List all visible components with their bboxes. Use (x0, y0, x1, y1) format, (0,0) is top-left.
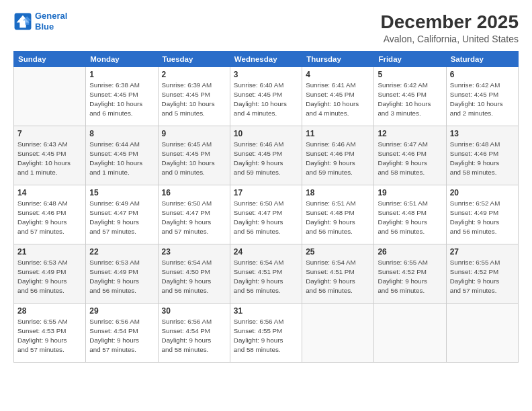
calendar-week-1: 1Sunrise: 6:38 AM Sunset: 4:45 PM Daylig… (14, 66, 519, 126)
calendar-week-3: 14Sunrise: 6:48 AM Sunset: 4:46 PM Dayli… (14, 185, 519, 244)
day-number: 28 (17, 306, 82, 316)
day-info: Sunrise: 6:47 AM Sunset: 4:46 PM Dayligh… (378, 140, 442, 178)
calendar-cell: 10Sunrise: 6:46 AM Sunset: 4:45 PM Dayli… (230, 126, 302, 185)
calendar-cell: 31Sunrise: 6:56 AM Sunset: 4:55 PM Dayli… (230, 303, 302, 362)
day-number: 30 (162, 306, 226, 316)
day-info: Sunrise: 6:55 AM Sunset: 4:53 PM Dayligh… (17, 317, 82, 355)
day-number: 8 (89, 129, 154, 138)
title-block: December 2025 Avalon, California, United… (381, 11, 519, 44)
day-info: Sunrise: 6:56 AM Sunset: 4:54 PM Dayligh… (89, 317, 154, 355)
day-number: 1 (89, 70, 154, 79)
day-number: 14 (17, 188, 82, 197)
subtitle: Avalon, California, United States (381, 34, 519, 44)
day-number: 16 (162, 188, 226, 197)
calendar-cell: 19Sunrise: 6:51 AM Sunset: 4:48 PM Dayli… (374, 185, 446, 244)
day-number: 31 (234, 306, 298, 316)
day-info: Sunrise: 6:53 AM Sunset: 4:49 PM Dayligh… (89, 258, 154, 296)
calendar-cell: 4Sunrise: 6:41 AM Sunset: 4:45 PM Daylig… (302, 66, 374, 126)
day-info: Sunrise: 6:40 AM Sunset: 4:45 PM Dayligh… (234, 81, 298, 119)
calendar-table: SundayMondayTuesdayWednesdayThursdayFrid… (13, 51, 519, 363)
calendar-cell: 21Sunrise: 6:53 AM Sunset: 4:49 PM Dayli… (14, 244, 86, 303)
col-header-friday: Friday (374, 51, 446, 66)
day-info: Sunrise: 6:53 AM Sunset: 4:49 PM Dayligh… (17, 258, 82, 296)
day-number: 4 (306, 70, 370, 79)
day-info: Sunrise: 6:52 AM Sunset: 4:49 PM Dayligh… (450, 199, 515, 237)
day-number: 5 (378, 70, 442, 79)
calendar-cell: 27Sunrise: 6:55 AM Sunset: 4:52 PM Dayli… (446, 244, 518, 303)
day-number: 11 (306, 129, 370, 138)
col-header-sunday: Sunday (14, 51, 86, 66)
header-row: SundayMondayTuesdayWednesdayThursdayFrid… (14, 51, 519, 66)
calendar-cell: 20Sunrise: 6:52 AM Sunset: 4:49 PM Dayli… (446, 185, 518, 244)
calendar-cell: 6Sunrise: 6:42 AM Sunset: 4:45 PM Daylig… (446, 66, 518, 126)
day-info: Sunrise: 6:55 AM Sunset: 4:52 PM Dayligh… (378, 258, 442, 296)
calendar-cell (446, 303, 518, 362)
calendar-cell: 25Sunrise: 6:54 AM Sunset: 4:51 PM Dayli… (302, 244, 374, 303)
day-info: Sunrise: 6:54 AM Sunset: 4:51 PM Dayligh… (234, 258, 298, 296)
calendar-cell: 23Sunrise: 6:54 AM Sunset: 4:50 PM Dayli… (158, 244, 230, 303)
calendar-cell: 8Sunrise: 6:44 AM Sunset: 4:45 PM Daylig… (86, 126, 158, 185)
day-info: Sunrise: 6:51 AM Sunset: 4:48 PM Dayligh… (378, 199, 442, 237)
day-number: 18 (306, 188, 370, 197)
day-info: Sunrise: 6:43 AM Sunset: 4:45 PM Dayligh… (17, 140, 82, 178)
logo-line1: General (35, 11, 67, 21)
main-title: December 2025 (381, 11, 519, 34)
day-number: 25 (306, 247, 370, 257)
col-header-saturday: Saturday (446, 51, 518, 66)
day-info: Sunrise: 6:46 AM Sunset: 4:46 PM Dayligh… (306, 140, 370, 178)
day-number: 10 (234, 129, 298, 138)
day-number: 17 (234, 188, 298, 197)
day-info: Sunrise: 6:51 AM Sunset: 4:48 PM Dayligh… (306, 199, 370, 237)
day-number: 12 (378, 129, 442, 138)
calendar-cell: 12Sunrise: 6:47 AM Sunset: 4:46 PM Dayli… (374, 126, 446, 185)
col-header-monday: Monday (86, 51, 158, 66)
day-info: Sunrise: 6:42 AM Sunset: 4:45 PM Dayligh… (450, 81, 515, 119)
logo: General Blue (13, 11, 67, 32)
calendar-cell: 7Sunrise: 6:43 AM Sunset: 4:45 PM Daylig… (14, 126, 86, 185)
calendar-cell: 28Sunrise: 6:55 AM Sunset: 4:53 PM Dayli… (14, 303, 86, 362)
col-header-wednesday: Wednesday (230, 51, 302, 66)
day-info: Sunrise: 6:48 AM Sunset: 4:46 PM Dayligh… (450, 140, 515, 178)
calendar-cell: 16Sunrise: 6:50 AM Sunset: 4:47 PM Dayli… (158, 185, 230, 244)
day-number: 27 (450, 247, 515, 257)
day-info: Sunrise: 6:49 AM Sunset: 4:47 PM Dayligh… (89, 199, 154, 237)
col-header-tuesday: Tuesday (158, 51, 230, 66)
day-number: 22 (89, 247, 154, 257)
calendar-cell: 18Sunrise: 6:51 AM Sunset: 4:48 PM Dayli… (302, 185, 374, 244)
calendar-cell: 9Sunrise: 6:45 AM Sunset: 4:45 PM Daylig… (158, 126, 230, 185)
calendar-cell (14, 66, 86, 126)
calendar-cell: 24Sunrise: 6:54 AM Sunset: 4:51 PM Dayli… (230, 244, 302, 303)
day-number: 7 (17, 129, 82, 138)
day-info: Sunrise: 6:54 AM Sunset: 4:50 PM Dayligh… (162, 258, 226, 296)
day-info: Sunrise: 6:39 AM Sunset: 4:45 PM Dayligh… (162, 81, 226, 119)
day-number: 13 (450, 129, 515, 138)
day-info: Sunrise: 6:54 AM Sunset: 4:51 PM Dayligh… (306, 258, 370, 296)
day-info: Sunrise: 6:45 AM Sunset: 4:45 PM Dayligh… (162, 140, 226, 178)
calendar-cell: 29Sunrise: 6:56 AM Sunset: 4:54 PM Dayli… (86, 303, 158, 362)
day-info: Sunrise: 6:46 AM Sunset: 4:45 PM Dayligh… (234, 140, 298, 178)
calendar-cell: 3Sunrise: 6:40 AM Sunset: 4:45 PM Daylig… (230, 66, 302, 126)
day-number: 21 (17, 247, 82, 257)
calendar-week-2: 7Sunrise: 6:43 AM Sunset: 4:45 PM Daylig… (14, 126, 519, 185)
day-info: Sunrise: 6:55 AM Sunset: 4:52 PM Dayligh… (450, 258, 515, 296)
day-info: Sunrise: 6:50 AM Sunset: 4:47 PM Dayligh… (234, 199, 298, 237)
day-info: Sunrise: 6:56 AM Sunset: 4:54 PM Dayligh… (162, 317, 226, 355)
day-number: 29 (89, 306, 154, 316)
day-info: Sunrise: 6:44 AM Sunset: 4:45 PM Dayligh… (89, 140, 154, 178)
calendar-cell: 17Sunrise: 6:50 AM Sunset: 4:47 PM Dayli… (230, 185, 302, 244)
day-info: Sunrise: 6:56 AM Sunset: 4:55 PM Dayligh… (234, 317, 298, 355)
day-number: 24 (234, 247, 298, 257)
logo-line2: Blue (35, 21, 54, 32)
day-info: Sunrise: 6:48 AM Sunset: 4:46 PM Dayligh… (17, 199, 82, 237)
header: General Blue December 2025 Avalon, Calif… (13, 11, 519, 44)
calendar-cell: 15Sunrise: 6:49 AM Sunset: 4:47 PM Dayli… (86, 185, 158, 244)
calendar-cell: 14Sunrise: 6:48 AM Sunset: 4:46 PM Dayli… (14, 185, 86, 244)
calendar-week-4: 21Sunrise: 6:53 AM Sunset: 4:49 PM Dayli… (14, 244, 519, 303)
calendar-cell: 5Sunrise: 6:42 AM Sunset: 4:45 PM Daylig… (374, 66, 446, 126)
day-number: 9 (162, 129, 226, 138)
day-number: 6 (450, 70, 515, 79)
day-number: 2 (162, 70, 226, 79)
calendar-cell (302, 303, 374, 362)
calendar-cell: 11Sunrise: 6:46 AM Sunset: 4:46 PM Dayli… (302, 126, 374, 185)
logo-icon (13, 12, 32, 31)
